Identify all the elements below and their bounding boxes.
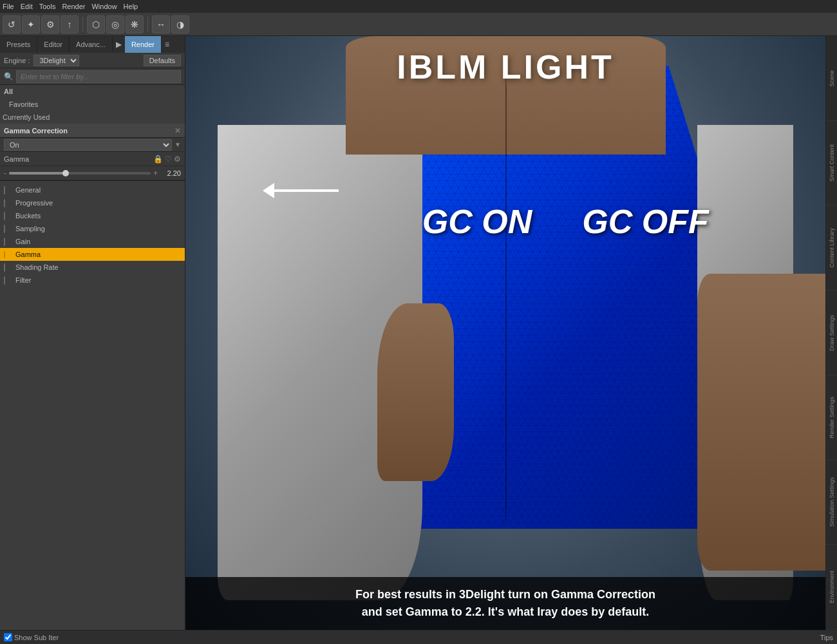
nav-favorites[interactable]: Favorites <box>0 98 185 111</box>
gc-header: Gamma Correction ✕ <box>0 124 185 138</box>
settings-item-sampling[interactable]: Sampling <box>0 222 185 235</box>
gc-on-label: GC ON <box>422 202 532 241</box>
gamma-label: Gamma <box>4 155 42 163</box>
gc-title: Gamma Correction <box>4 127 68 135</box>
gamma-correction-block: Gamma Correction ✕ On ▼ Gamma 🔒 ♡ ⚙ <box>0 124 185 181</box>
toolbar-btn-1[interactable]: ↺ <box>3 15 21 33</box>
vtab-smart-content-label: Smart Content <box>829 144 835 182</box>
tab-render[interactable]: Render <box>125 36 162 53</box>
gamma-icons: 🔒 ♡ ⚙ <box>153 155 181 164</box>
vtab-simulation-settings[interactable]: Simulation Settings <box>826 460 837 545</box>
toolbar-btn-2[interactable]: ✦ <box>22 15 40 33</box>
tab-advanced[interactable]: Advanc... <box>70 36 113 53</box>
gc-close-icon[interactable]: ✕ <box>174 126 181 135</box>
vtab-scene-label: Scene <box>829 70 835 87</box>
vtab-draw-settings[interactable]: Draw Settings <box>826 290 837 375</box>
settings-label-general: General <box>15 186 41 194</box>
settings-icon-gain <box>4 238 13 245</box>
show-sub-iter-checkbox[interactable] <box>4 633 12 641</box>
figure-right-section <box>697 274 825 571</box>
show-sub-iter-checkbox-label[interactable]: Show Sub Iter <box>4 633 59 641</box>
settings-icon-sampling <box>4 225 13 232</box>
settings-label-shading-rate: Shading Rate <box>15 263 59 271</box>
iblm-title: IBLM LIGHT <box>397 48 614 86</box>
toolbar-btn-6[interactable]: ◎ <box>106 15 124 33</box>
defaults-button[interactable]: Defaults <box>144 55 181 66</box>
menu-render[interactable]: Render <box>62 3 85 10</box>
settings-item-gain[interactable]: Gain <box>0 235 185 248</box>
settings-item-gamma[interactable]: Gamma <box>0 248 185 261</box>
vtab-render-settings-label: Render Settings <box>829 397 835 439</box>
settings-label-sampling: Sampling <box>15 225 45 232</box>
slider-plus-btn[interactable]: + <box>153 169 158 178</box>
menu-edit[interactable]: Edit <box>21 3 33 10</box>
hero-image: IBLM LIGHT GC ON GC OFF For best results… <box>185 36 825 630</box>
toolbar-btn-5[interactable]: ⬡ <box>87 15 105 33</box>
settings-item-buckets[interactable]: Buckets <box>0 209 185 222</box>
vtab-environment[interactable]: Environment <box>826 545 837 630</box>
vtab-smart-content[interactable]: Smart Content <box>826 121 837 206</box>
search-row: 🔍 <box>0 68 185 85</box>
engine-select[interactable]: 3Delight <box>33 55 79 66</box>
settings-item-progressive[interactable]: Progressive <box>0 196 185 209</box>
gamma-lock-icon[interactable]: 🔒 <box>153 155 163 164</box>
left-panel: Presets Editor Advanc... ▶ Render ≡ Engi… <box>0 36 185 630</box>
menu-help[interactable]: Help <box>124 3 138 10</box>
gamma-settings-icon[interactable]: ⚙ <box>174 155 181 164</box>
gamma-label-row: Gamma 🔒 ♡ ⚙ <box>0 152 185 166</box>
bottom-caption: For best results in 3Delight turn on Gam… <box>185 577 825 630</box>
slider-value: 2.20 <box>160 169 181 177</box>
settings-icon-filter <box>4 277 13 284</box>
tab-lines[interactable]: ≡ <box>162 36 173 53</box>
toolbar-btn-8[interactable]: ↔ <box>152 15 170 33</box>
tab-render-label: Render <box>131 41 155 48</box>
main-area: Presets Editor Advanc... ▶ Render ≡ Engi… <box>0 36 837 630</box>
settings-label-gamma: Gamma <box>15 251 41 258</box>
right-side-tabs: Scene Smart Content Content Library Draw… <box>825 36 837 630</box>
settings-label-progressive: Progressive <box>15 199 53 207</box>
settings-icon-buckets <box>4 213 13 220</box>
engine-row: Engine : 3Delight Defaults <box>0 53 185 68</box>
slider-fill <box>9 172 66 175</box>
toolbar-btn-3[interactable]: ⚙ <box>41 15 59 33</box>
slider-minus-btn[interactable]: - <box>4 169 6 178</box>
menu-tools[interactable]: Tools <box>39 3 56 10</box>
vtab-content-library[interactable]: Content Library <box>826 205 837 290</box>
caption-line1: For best results in 3Delight turn on Gam… <box>355 588 655 601</box>
tab-editor-label: Editor <box>44 41 62 48</box>
gc-on-select[interactable]: On <box>4 139 172 151</box>
menu-file[interactable]: File <box>3 3 14 10</box>
search-icon: 🔍 <box>4 72 14 81</box>
tab-presets-label: Presets <box>6 41 30 48</box>
engine-label: Engine : <box>4 57 30 64</box>
settings-item-shading-rate[interactable]: Shading Rate <box>0 261 185 274</box>
gamma-heart-icon[interactable]: ♡ <box>165 155 172 164</box>
tab-editor[interactable]: Editor <box>37 36 70 53</box>
settings-item-general[interactable]: General <box>0 184 185 196</box>
toolbar-btn-9[interactable]: ◑ <box>171 15 189 33</box>
gc-off-label: GC OFF <box>582 202 708 241</box>
search-input[interactable] <box>16 70 181 83</box>
slider-track[interactable] <box>9 172 151 175</box>
image-area: IBLM LIGHT GC ON GC OFF For best results… <box>185 36 825 630</box>
caption-line2: and set Gamma to 2.2. It's what Iray doe… <box>362 605 649 618</box>
settings-item-filter[interactable]: Filter <box>0 274 185 287</box>
nav-all[interactable]: All <box>0 85 185 98</box>
toolbar-btn-4[interactable]: ↑ <box>61 15 79 33</box>
toolbar-sep-2 <box>147 17 148 32</box>
vtab-render-settings[interactable]: Render Settings <box>826 375 837 460</box>
menu-bar: File Edit Tools Render Window Help <box>0 0 837 13</box>
vtab-simulation-settings-label: Simulation Settings <box>829 477 835 527</box>
toolbar-btn-7[interactable]: ❋ <box>126 15 144 33</box>
settings-label-gain: Gain <box>15 238 30 245</box>
nav-currently-used[interactable]: Currently Used <box>0 111 185 124</box>
tab-advanced-label: Advanc... <box>76 41 106 48</box>
gc-on-row: On ▼ <box>0 138 185 152</box>
slider-thumb[interactable] <box>62 170 69 176</box>
menu-window[interactable]: Window <box>91 3 117 10</box>
vtab-scene[interactable]: Scene <box>826 36 837 121</box>
tab-arrow[interactable]: ▶ <box>113 36 125 53</box>
settings-icon-shading-rate <box>4 264 13 271</box>
bottom-bar: Show Sub Iter Tips <box>0 630 837 644</box>
tab-presets[interactable]: Presets <box>0 36 37 53</box>
